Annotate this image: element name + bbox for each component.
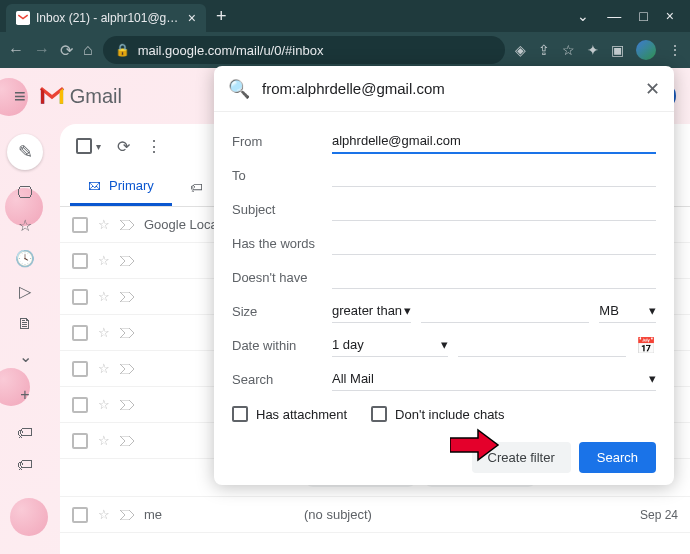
date-within-label: Date within <box>232 338 322 353</box>
doesnt-have-label: Doesn't have <box>232 270 322 285</box>
gmail-favicon <box>16 11 30 25</box>
mail-row[interactable]: ☆ me (no subject) Sep 24 <box>60 497 690 533</box>
calendar-icon[interactable]: 📅 <box>636 336 656 355</box>
star-icon[interactable]: ☆ <box>98 507 110 522</box>
row-checkbox[interactable] <box>72 289 88 305</box>
home-button[interactable]: ⌂ <box>83 41 93 59</box>
window-dropdown-icon[interactable]: ⌄ <box>577 8 589 24</box>
to-label: To <box>232 168 322 183</box>
select-dropdown-icon[interactable]: ▾ <box>96 141 101 152</box>
minimize-icon[interactable]: — <box>607 8 621 24</box>
back-button[interactable]: ← <box>8 41 24 59</box>
maximize-icon[interactable]: □ <box>639 8 647 24</box>
drafts-icon[interactable]: 🗎 <box>17 315 33 333</box>
has-attachment-label: Has attachment <box>256 407 347 422</box>
subject: (no subject) <box>304 507 630 522</box>
has-words-label: Has the words <box>232 236 322 251</box>
date-input[interactable] <box>458 333 626 357</box>
star-icon[interactable]: ☆ <box>98 361 110 376</box>
size-operator-select[interactable]: greater than ▾ <box>332 299 411 323</box>
gmail-m-icon <box>38 86 66 106</box>
chevron-down-icon: ▾ <box>649 371 656 386</box>
select-all-checkbox[interactable] <box>76 138 92 154</box>
dont-include-chats-checkbox[interactable]: Don't include chats <box>371 406 504 422</box>
date-range-value: 1 day <box>332 337 364 352</box>
star-icon[interactable]: ☆ <box>98 289 110 304</box>
compose-button[interactable]: ✎ <box>7 134 43 170</box>
gmail-logo[interactable]: Gmail <box>38 85 122 108</box>
refresh-icon[interactable]: ⟳ <box>117 137 130 156</box>
star-icon[interactable]: ☆ <box>98 433 110 448</box>
row-checkbox[interactable] <box>72 325 88 341</box>
forward-button[interactable]: → <box>34 41 50 59</box>
importance-icon[interactable] <box>120 220 134 230</box>
importance-icon[interactable] <box>120 510 134 520</box>
chevron-down-icon: ▾ <box>404 303 411 318</box>
label-icon[interactable]: 🏷 <box>17 456 33 474</box>
address-bar[interactable]: 🔒 mail.google.com/mail/u/0/#inbox <box>103 36 505 64</box>
tag-icon: 🏷 <box>190 180 203 195</box>
has-attachment-checkbox[interactable]: Has attachment <box>232 406 347 422</box>
row-checkbox[interactable] <box>72 253 88 269</box>
row-checkbox[interactable] <box>72 361 88 377</box>
sent-icon[interactable]: ▷ <box>19 282 31 301</box>
checkbox-icon <box>232 406 248 422</box>
search-button[interactable]: Search <box>579 442 656 473</box>
menu-icon[interactable]: ⋮ <box>668 42 682 58</box>
date-range-select[interactable]: 1 day ▾ <box>332 333 448 357</box>
subject-input[interactable] <box>332 197 656 221</box>
inbox-icon[interactable]: 🖵 <box>17 184 33 202</box>
row-date: Sep 24 <box>640 508 678 522</box>
importance-icon[interactable] <box>120 256 134 266</box>
doesnt-have-input[interactable] <box>332 265 656 289</box>
importance-icon[interactable] <box>120 364 134 374</box>
main-menu-icon[interactable]: ≡ <box>14 85 26 108</box>
search-scope-label: Search <box>232 372 322 387</box>
search-icon: 🔍 <box>228 78 250 100</box>
size-label: Size <box>232 304 322 319</box>
new-label-icon[interactable]: + <box>20 386 29 404</box>
label-icon[interactable]: 🏷 <box>17 424 33 442</box>
more-actions-icon[interactable]: ⋮ <box>146 137 162 156</box>
search-scope-select[interactable]: All Mail ▾ <box>332 367 656 391</box>
reload-button[interactable]: ⟳ <box>60 41 73 60</box>
pause-icon[interactable]: ▣ <box>611 42 624 58</box>
starred-icon[interactable]: ☆ <box>18 216 32 235</box>
row-checkbox[interactable] <box>72 397 88 413</box>
subject-label: Subject <box>232 202 322 217</box>
profile-icon[interactable] <box>636 40 656 60</box>
new-tab-button[interactable]: + <box>216 6 227 27</box>
size-unit-select[interactable]: MB ▾ <box>599 299 656 323</box>
importance-icon[interactable] <box>120 400 134 410</box>
bookmark-icon[interactable]: ☆ <box>562 42 575 58</box>
tab-close-icon[interactable]: × <box>188 10 196 26</box>
star-icon[interactable]: ☆ <box>98 253 110 268</box>
browser-tab[interactable]: Inbox (21) - alphr101@gmail.co × <box>6 4 206 32</box>
row-checkbox[interactable] <box>72 433 88 449</box>
from-input[interactable] <box>332 129 656 154</box>
star-icon[interactable]: ☆ <box>98 325 110 340</box>
snoozed-icon[interactable]: 🕓 <box>15 249 35 268</box>
search-query-text[interactable]: from:alphrdelle@gmail.com <box>262 80 633 97</box>
importance-icon[interactable] <box>120 436 134 446</box>
has-words-input[interactable] <box>332 231 656 255</box>
extensions-icon[interactable]: ✦ <box>587 42 599 58</box>
star-icon[interactable]: ☆ <box>98 397 110 412</box>
more-icon[interactable]: ⌄ <box>19 347 32 366</box>
chevron-down-icon: ▾ <box>441 337 448 352</box>
importance-icon[interactable] <box>120 292 134 302</box>
importance-icon[interactable] <box>120 328 134 338</box>
dont-include-chats-label: Don't include chats <box>395 407 504 422</box>
tab-primary[interactable]: 🖂 Primary <box>70 168 172 206</box>
clear-search-icon[interactable]: ✕ <box>645 78 660 100</box>
to-input[interactable] <box>332 163 656 187</box>
size-value-input[interactable] <box>421 299 589 323</box>
annotation-arrow <box>450 428 500 462</box>
row-checkbox[interactable] <box>72 217 88 233</box>
search-scope-value: All Mail <box>332 371 374 386</box>
row-checkbox[interactable] <box>72 507 88 523</box>
share-icon[interactable]: ⇪ <box>538 42 550 58</box>
star-icon[interactable]: ☆ <box>98 217 110 232</box>
extension-icon[interactable]: ◈ <box>515 42 526 58</box>
close-window-icon[interactable]: × <box>666 8 674 24</box>
